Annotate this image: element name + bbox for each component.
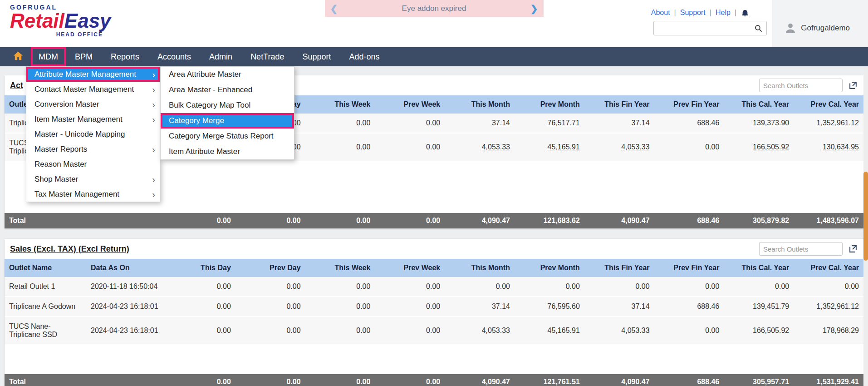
drilldown-value-link[interactable]: 37.14 bbox=[584, 114, 654, 133]
submenu-item-category-merge-status-report[interactable]: Category Merge Status Report bbox=[161, 129, 294, 144]
menu-item-label: Category Merge bbox=[169, 116, 224, 125]
submenu-arrow-icon: › bbox=[152, 145, 155, 154]
column-header: Data As On bbox=[86, 259, 166, 277]
widget-title[interactable]: Sales (Excl. TAX) (Excl Return) bbox=[10, 244, 129, 254]
total-cell: 0.00 bbox=[375, 213, 445, 228]
notification-bell-icon[interactable] bbox=[740, 8, 750, 17]
menu-item-master-unicode-mapping[interactable]: Master - Unicode Mapping bbox=[26, 127, 160, 142]
menu-item-label: Reason Master bbox=[34, 160, 87, 169]
submenu-item-category-merge[interactable]: Category Merge bbox=[161, 113, 294, 129]
table-cell: 0.00 bbox=[515, 277, 584, 297]
total-row: Total0.000.000.000.004,090.47121,683.624… bbox=[5, 213, 863, 228]
submenu-item-area-master-enhanced[interactable]: Area Master - Enhanced bbox=[161, 82, 294, 98]
nav-item-bpm[interactable]: BPM bbox=[66, 47, 102, 66]
drilldown-value-link[interactable]: 4,053.33 bbox=[445, 133, 515, 161]
table-cell: 0.00 bbox=[305, 114, 375, 133]
nav-item-nettrade[interactable]: NetTrade bbox=[241, 47, 293, 66]
total-cell: 0.00 bbox=[305, 213, 375, 228]
top-header: GOFRUGAL RetailEasy HEAD OFFICE ❮ Eye ad… bbox=[0, 0, 868, 47]
menu-item-label: Conversion Master bbox=[34, 100, 99, 109]
nav-item-support[interactable]: Support bbox=[294, 47, 340, 66]
menu-item-label: Tax Master Management bbox=[34, 190, 119, 199]
product-name-retail: Retail bbox=[10, 10, 64, 32]
total-cell: 0.00 bbox=[166, 213, 235, 228]
drilldown-value-link[interactable]: 139,373.90 bbox=[724, 114, 794, 133]
global-search-input[interactable] bbox=[654, 21, 766, 35]
chevron-right-icon[interactable]: ❯ bbox=[530, 4, 538, 13]
table-cell: 0.00 bbox=[724, 277, 794, 297]
chevron-left-icon[interactable]: ❮ bbox=[330, 4, 338, 13]
total-cell: 121,683.62 bbox=[515, 213, 584, 228]
table-cell: 0.00 bbox=[305, 133, 375, 161]
menu-item-tax-master-management[interactable]: Tax Master Management› bbox=[26, 187, 160, 202]
nav-item-mdm[interactable]: MDM bbox=[31, 47, 66, 66]
table-cell: 0.00 bbox=[235, 317, 305, 345]
search-icon[interactable] bbox=[754, 24, 763, 33]
drilldown-value-link[interactable]: 166,505.92 bbox=[724, 133, 794, 161]
search-outlets-input[interactable] bbox=[759, 242, 843, 256]
help-link[interactable]: Help bbox=[716, 9, 731, 17]
user-chip[interactable]: Gofrugaldemo bbox=[784, 22, 850, 35]
about-link[interactable]: About bbox=[651, 9, 670, 17]
column-header: Prev Month bbox=[515, 259, 584, 277]
column-header: This Week bbox=[305, 259, 375, 277]
table-cell: 37.14 bbox=[445, 297, 515, 317]
retail-easy-dashboard: { "header": { "brand": {"name": "GOFRUGA… bbox=[0, 0, 868, 386]
menu-item-conversion-master[interactable]: Conversion Master› bbox=[26, 97, 160, 112]
home-icon bbox=[13, 50, 24, 63]
table-cell: 76,595.60 bbox=[515, 297, 584, 317]
total-row: Total0.000.000.000.004,090.47121,761.514… bbox=[5, 374, 863, 386]
mdm-dropdown-menu: Attribute Master Management› Contact Mas… bbox=[26, 66, 160, 202]
home-button[interactable] bbox=[0, 47, 31, 66]
nav-item-admin[interactable]: Admin bbox=[200, 47, 241, 66]
menu-item-label: Bulk Category Map Tool bbox=[169, 101, 250, 110]
drilldown-value-link[interactable]: 45,165.91 bbox=[515, 133, 584, 161]
nav-item-addons[interactable]: Add-ons bbox=[340, 47, 389, 66]
table-cell: 0.00 bbox=[305, 317, 375, 345]
table-cell: 0.00 bbox=[375, 297, 445, 317]
menu-item-shop-master[interactable]: Shop Master› bbox=[26, 172, 160, 187]
menu-item-reason-master[interactable]: Reason Master bbox=[26, 157, 160, 172]
total-row-table: Total0.000.000.000.004,090.47121,683.624… bbox=[5, 213, 863, 228]
drilldown-value-link[interactable]: 688.46 bbox=[654, 114, 724, 133]
table-cell: 2020-11-18 16:50:04 bbox=[86, 277, 166, 297]
widget-sales-excl-tax: Sales (Excl. TAX) (Excl Return) Outlet N… bbox=[5, 239, 863, 386]
widget-title[interactable]: Act bbox=[10, 81, 23, 90]
table-row: Triplicane A Godown2024-04-23 16:18:010.… bbox=[5, 297, 863, 317]
table-cell: 0.00 bbox=[584, 277, 654, 297]
table-cell: 0.00 bbox=[305, 297, 375, 317]
total-cell: 305,879.82 bbox=[724, 213, 794, 228]
table-cell: 0.00 bbox=[654, 277, 724, 297]
nav-item-accounts[interactable]: Accounts bbox=[148, 47, 200, 66]
menu-item-attribute-master-management[interactable]: Attribute Master Management› bbox=[26, 67, 160, 82]
total-cell: 4,090.47 bbox=[445, 374, 515, 386]
menu-item-label: Master Reports bbox=[34, 145, 87, 154]
menu-item-item-master-management[interactable]: Item Master Management› bbox=[26, 112, 160, 127]
submenu-arrow-icon: › bbox=[152, 100, 155, 109]
total-label: Total bbox=[5, 213, 166, 228]
total-cell: 0.00 bbox=[375, 374, 445, 386]
drilldown-value-link[interactable]: 4,053.33 bbox=[584, 133, 654, 161]
table-cell: 0.00 bbox=[166, 297, 235, 317]
table-cell: 0.00 bbox=[445, 277, 515, 297]
menu-item-master-reports[interactable]: Master Reports› bbox=[26, 142, 160, 157]
scrollbar-thumb[interactable] bbox=[863, 172, 868, 261]
menu-item-contact-master-management[interactable]: Contact Master Management› bbox=[26, 82, 160, 97]
support-link[interactable]: Support bbox=[680, 9, 706, 17]
submenu-item-bulk-category-map-tool[interactable]: Bulk Category Map Tool bbox=[161, 98, 294, 113]
drilldown-value-link[interactable]: 76,517.71 bbox=[515, 114, 584, 133]
link-separator: | bbox=[674, 9, 676, 17]
expand-icon[interactable] bbox=[848, 80, 858, 90]
nav-item-reports[interactable]: Reports bbox=[102, 47, 148, 66]
drilldown-value-link[interactable]: 37.14 bbox=[445, 114, 515, 133]
expand-icon[interactable] bbox=[848, 244, 858, 254]
drilldown-value-link[interactable]: 130,634.95 bbox=[794, 133, 863, 161]
submenu-arrow-icon: › bbox=[152, 115, 155, 124]
search-outlets-input[interactable] bbox=[759, 79, 843, 92]
submenu-item-area-attribute-master[interactable]: Area Attribute Master bbox=[161, 67, 294, 82]
drilldown-value-link[interactable]: 1,352,961.12 bbox=[794, 114, 863, 133]
submenu-item-item-attribute-master[interactable]: Item Attribute Master bbox=[161, 144, 294, 159]
product-name-easy: Easy bbox=[64, 10, 111, 32]
vertical-scrollbar[interactable] bbox=[863, 66, 868, 386]
product-name: RetailEasy bbox=[10, 11, 114, 31]
